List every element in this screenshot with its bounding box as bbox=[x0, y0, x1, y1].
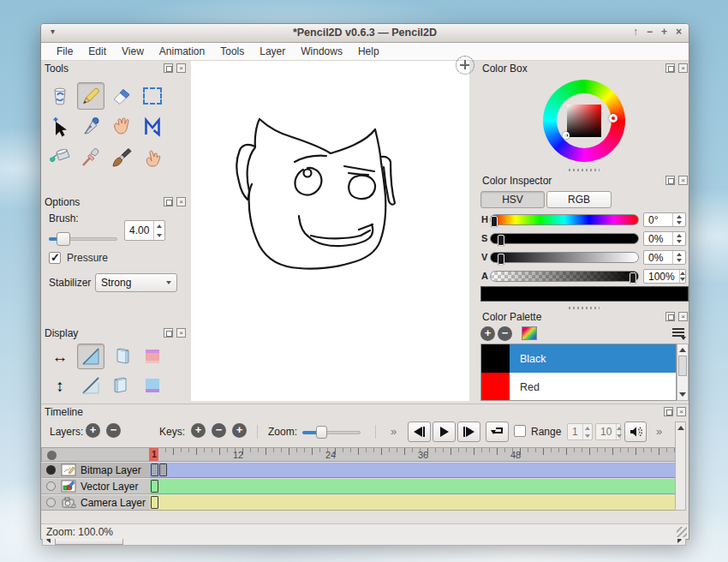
pencil-tool-button[interactable] bbox=[77, 82, 104, 110]
eyedropper-tool-button[interactable] bbox=[77, 144, 104, 171]
minimize-button[interactable]: − bbox=[647, 26, 653, 38]
layer-row-camera[interactable]: Camera Layer bbox=[41, 495, 681, 511]
timeline-zoom-handle[interactable] bbox=[316, 426, 327, 439]
color-palette-float-icon[interactable] bbox=[665, 312, 675, 321]
prev-frame-button[interactable] bbox=[408, 422, 431, 442]
maximize-button[interactable]: + bbox=[661, 26, 667, 38]
add-layer-button[interactable]: + bbox=[86, 423, 100, 438]
frame-ruler[interactable]: 1 12 24 36 48 bbox=[150, 447, 681, 462]
saturation-spinbox[interactable]: 0% bbox=[643, 231, 686, 246]
hue-spinbox[interactable]: 0° bbox=[643, 212, 686, 227]
vector-track[interactable] bbox=[150, 479, 681, 494]
remove-color-button[interactable]: − bbox=[498, 326, 512, 341]
overflow-right-icon[interactable]: » bbox=[656, 425, 662, 438]
onion-prev-color-button[interactable] bbox=[139, 344, 166, 369]
timeline-scroll-up-icon[interactable] bbox=[676, 422, 685, 433]
tools-float-icon[interactable] bbox=[164, 63, 173, 73]
onion-next-button[interactable] bbox=[108, 373, 135, 398]
menu-layer[interactable]: Layer bbox=[253, 44, 292, 59]
smudge-tool-button[interactable] bbox=[139, 144, 166, 171]
menu-animation[interactable]: Animation bbox=[152, 44, 212, 59]
eraser-tool-button[interactable] bbox=[108, 82, 135, 110]
clear-tool-button[interactable] bbox=[46, 82, 74, 110]
color-box-close-icon[interactable]: × bbox=[678, 63, 688, 73]
flip-vertical-button[interactable]: ↕ bbox=[46, 373, 74, 398]
saturation-value-square[interactable] bbox=[567, 105, 601, 137]
tab-hsv[interactable]: HSV bbox=[480, 191, 545, 208]
menu-file[interactable]: File bbox=[50, 44, 80, 59]
vector-visibility-toggle[interactable] bbox=[46, 481, 56, 491]
pressure-checkbox[interactable] bbox=[49, 252, 61, 264]
color-inspector-close-icon[interactable]: × bbox=[678, 176, 688, 185]
scroll-up-icon[interactable] bbox=[677, 344, 688, 356]
sound-button[interactable] bbox=[624, 422, 647, 442]
flip-vertical-view-button[interactable] bbox=[77, 373, 104, 398]
current-frame-marker[interactable]: 1 bbox=[150, 448, 158, 461]
display-close-icon[interactable]: × bbox=[176, 328, 186, 338]
timeline-close-icon[interactable]: × bbox=[677, 407, 686, 416]
swatch-view-button[interactable] bbox=[522, 326, 537, 340]
brush-size-slider[interactable] bbox=[49, 232, 117, 246]
splitter-handle[interactable] bbox=[569, 169, 600, 171]
remove-layer-button[interactable]: − bbox=[106, 423, 121, 438]
scroll-down-icon[interactable] bbox=[677, 389, 688, 400]
shade-button[interactable]: ↑ bbox=[633, 26, 638, 38]
flip-horizontal-view-button[interactable] bbox=[77, 344, 104, 369]
brush-slider-handle[interactable] bbox=[57, 232, 70, 246]
duplicate-keyframe-button[interactable]: + bbox=[232, 423, 247, 438]
palette-item-red[interactable]: Red bbox=[481, 373, 676, 401]
range-checkbox[interactable] bbox=[514, 425, 526, 437]
tab-rgb[interactable]: RGB bbox=[546, 191, 612, 208]
add-color-button[interactable]: + bbox=[480, 326, 495, 341]
menu-windows[interactable]: Windows bbox=[294, 44, 349, 59]
menu-edit[interactable]: Edit bbox=[81, 44, 113, 59]
options-close-icon[interactable]: × bbox=[176, 197, 186, 206]
onion-prev-button[interactable] bbox=[108, 344, 135, 369]
timeline-vertical-scrollbar[interactable] bbox=[675, 422, 686, 511]
hue-selector[interactable] bbox=[609, 114, 618, 123]
bitmap-visibility-toggle[interactable] bbox=[46, 465, 56, 475]
next-frame-button[interactable] bbox=[457, 422, 480, 442]
hue-slider[interactable] bbox=[490, 214, 639, 225]
camera-track[interactable] bbox=[150, 495, 681, 511]
tools-close-icon[interactable]: × bbox=[176, 63, 186, 73]
menu-help[interactable]: Help bbox=[351, 44, 386, 59]
palette-scrollbar[interactable] bbox=[677, 344, 689, 401]
menu-view[interactable]: View bbox=[115, 44, 151, 59]
stabilizer-dropdown[interactable]: Strong bbox=[95, 273, 177, 292]
sv-selector[interactable] bbox=[563, 132, 570, 139]
titlebar[interactable]: ▾ *Pencil2D v0.6.3 — Pencil2D ↑ − + × bbox=[41, 24, 689, 43]
brush-size-steppers[interactable] bbox=[153, 221, 164, 240]
saturation-slider[interactable] bbox=[490, 233, 639, 244]
toggle-all-visibility-icon[interactable] bbox=[47, 451, 57, 460]
palette-menu-button[interactable] bbox=[671, 326, 685, 340]
move-tool-button[interactable] bbox=[46, 113, 74, 140]
loop-button[interactable] bbox=[486, 422, 509, 442]
brush-size-spinbox[interactable]: 4.00 bbox=[124, 220, 165, 241]
polyline-tool-button[interactable] bbox=[139, 113, 166, 140]
bucket-tool-button[interactable] bbox=[46, 144, 74, 171]
palette-item-black[interactable]: Black bbox=[481, 344, 676, 373]
alpha-spinbox[interactable]: 100% bbox=[643, 269, 686, 284]
color-palette-close-icon[interactable]: × bbox=[678, 312, 688, 321]
timeline-zoom-slider[interactable] bbox=[302, 426, 361, 439]
alpha-slider[interactable] bbox=[490, 271, 639, 282]
resize-grip[interactable] bbox=[677, 527, 687, 537]
display-float-icon[interactable] bbox=[164, 328, 173, 338]
camera-visibility-toggle[interactable] bbox=[46, 498, 56, 507]
brush-tool-button[interactable] bbox=[108, 144, 135, 171]
range-end-spinbox[interactable]: 10 bbox=[595, 423, 621, 440]
range-start-spinbox[interactable]: 1 bbox=[567, 423, 593, 440]
layer-row-vector[interactable]: Vector Layer bbox=[41, 479, 681, 494]
select-tool-button[interactable] bbox=[139, 82, 166, 110]
menu-tools[interactable]: Tools bbox=[213, 44, 251, 59]
bitmap-track[interactable] bbox=[150, 463, 681, 478]
layer-row-bitmap[interactable]: Bitmap Layer bbox=[41, 463, 681, 478]
timeline-float-icon[interactable] bbox=[664, 407, 673, 416]
hand-tool-button[interactable] bbox=[108, 113, 135, 140]
onion-next-color-button[interactable] bbox=[139, 373, 166, 398]
remove-keyframe-button[interactable]: − bbox=[212, 423, 226, 438]
value-spinbox[interactable]: 0% bbox=[643, 250, 686, 265]
value-slider[interactable] bbox=[490, 252, 639, 263]
close-button[interactable]: × bbox=[676, 26, 682, 38]
